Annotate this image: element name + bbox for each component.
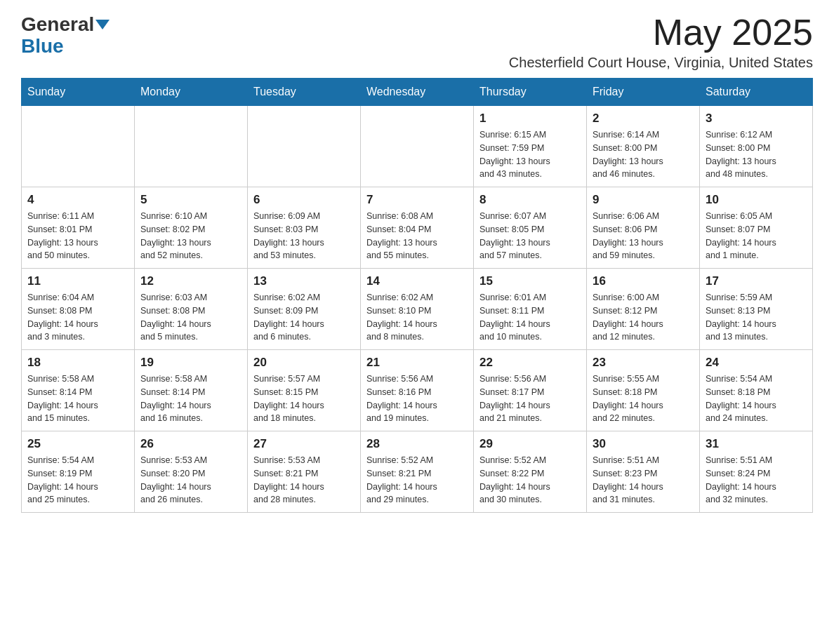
day-info: Sunrise: 6:14 AM Sunset: 8:00 PM Dayligh… <box>593 128 694 181</box>
page-header: General Blue May 2025 Chesterfield Court… <box>21 14 813 71</box>
day-number: 12 <box>140 274 241 288</box>
calendar-cell: 23Sunrise: 5:55 AM Sunset: 8:18 PM Dayli… <box>587 350 700 431</box>
day-of-week-header: Wednesday <box>361 79 474 106</box>
calendar-cell: 12Sunrise: 6:03 AM Sunset: 8:08 PM Dayli… <box>135 269 248 350</box>
day-info: Sunrise: 6:07 AM Sunset: 8:05 PM Dayligh… <box>479 210 581 262</box>
calendar-cell: 9Sunrise: 6:06 AM Sunset: 8:06 PM Daylig… <box>587 187 700 269</box>
calendar-cell: 16Sunrise: 6:00 AM Sunset: 8:12 PM Dayli… <box>587 269 700 350</box>
calendar-cell: 17Sunrise: 5:59 AM Sunset: 8:13 PM Dayli… <box>700 269 813 350</box>
month-year-title: May 2025 <box>509 14 813 51</box>
calendar-cell: 13Sunrise: 6:02 AM Sunset: 8:09 PM Dayli… <box>248 269 361 350</box>
day-info: Sunrise: 6:08 AM Sunset: 8:04 PM Dayligh… <box>366 210 468 262</box>
day-info: Sunrise: 6:15 AM Sunset: 7:59 PM Dayligh… <box>479 128 581 181</box>
day-info: Sunrise: 5:54 AM Sunset: 8:18 PM Dayligh… <box>706 373 807 425</box>
calendar-cell <box>361 106 474 187</box>
day-number: 14 <box>366 274 468 288</box>
location-subtitle: Chesterfield Court House, Virginia, Unit… <box>509 55 813 71</box>
day-number: 3 <box>706 112 807 126</box>
calendar-cell: 22Sunrise: 5:56 AM Sunset: 8:17 PM Dayli… <box>474 350 587 431</box>
calendar-cell: 27Sunrise: 5:53 AM Sunset: 8:21 PM Dayli… <box>248 431 361 513</box>
calendar-cell: 21Sunrise: 5:56 AM Sunset: 8:16 PM Dayli… <box>361 350 474 431</box>
day-info: Sunrise: 5:58 AM Sunset: 8:14 PM Dayligh… <box>27 373 128 425</box>
day-number: 17 <box>706 274 807 288</box>
calendar-cell: 25Sunrise: 5:54 AM Sunset: 8:19 PM Dayli… <box>22 431 135 513</box>
calendar-cell: 14Sunrise: 6:02 AM Sunset: 8:10 PM Dayli… <box>361 269 474 350</box>
calendar-cell: 6Sunrise: 6:09 AM Sunset: 8:03 PM Daylig… <box>248 187 361 269</box>
logo-arrow-icon <box>95 20 110 29</box>
day-number: 27 <box>253 437 355 451</box>
day-number: 19 <box>140 356 241 370</box>
day-number: 23 <box>593 356 694 370</box>
day-info: Sunrise: 5:56 AM Sunset: 8:16 PM Dayligh… <box>366 373 468 425</box>
day-info: Sunrise: 6:12 AM Sunset: 8:00 PM Dayligh… <box>706 128 807 181</box>
calendar-cell: 7Sunrise: 6:08 AM Sunset: 8:04 PM Daylig… <box>361 187 474 269</box>
calendar-cell: 29Sunrise: 5:52 AM Sunset: 8:22 PM Dayli… <box>474 431 587 513</box>
day-info: Sunrise: 6:05 AM Sunset: 8:07 PM Dayligh… <box>706 210 807 262</box>
day-of-week-header: Tuesday <box>248 79 361 106</box>
day-of-week-header: Saturday <box>700 79 813 106</box>
calendar-cell: 11Sunrise: 6:04 AM Sunset: 8:08 PM Dayli… <box>22 269 135 350</box>
day-info: Sunrise: 5:52 AM Sunset: 8:22 PM Dayligh… <box>479 454 581 507</box>
calendar-week-row: 1Sunrise: 6:15 AM Sunset: 7:59 PM Daylig… <box>22 106 813 187</box>
day-number: 20 <box>253 356 355 370</box>
day-of-week-header: Thursday <box>474 79 587 106</box>
day-number: 18 <box>27 356 128 370</box>
day-number: 5 <box>140 193 241 207</box>
calendar-cell: 1Sunrise: 6:15 AM Sunset: 7:59 PM Daylig… <box>474 106 587 187</box>
day-number: 7 <box>366 193 468 207</box>
day-info: Sunrise: 6:01 AM Sunset: 8:11 PM Dayligh… <box>479 291 581 344</box>
day-number: 24 <box>706 356 807 370</box>
day-number: 29 <box>479 437 581 451</box>
day-number: 1 <box>479 112 581 126</box>
calendar-cell: 4Sunrise: 6:11 AM Sunset: 8:01 PM Daylig… <box>22 187 135 269</box>
calendar-cell: 10Sunrise: 6:05 AM Sunset: 8:07 PM Dayli… <box>700 187 813 269</box>
logo: General Blue <box>21 14 110 58</box>
day-info: Sunrise: 5:52 AM Sunset: 8:21 PM Dayligh… <box>366 454 468 507</box>
calendar-cell: 26Sunrise: 5:53 AM Sunset: 8:20 PM Dayli… <box>135 431 248 513</box>
calendar-cell: 24Sunrise: 5:54 AM Sunset: 8:18 PM Dayli… <box>700 350 813 431</box>
day-number: 22 <box>479 356 581 370</box>
day-info: Sunrise: 6:00 AM Sunset: 8:12 PM Dayligh… <box>593 291 694 344</box>
calendar-cell <box>248 106 361 187</box>
calendar-cell: 30Sunrise: 5:51 AM Sunset: 8:23 PM Dayli… <box>587 431 700 513</box>
day-info: Sunrise: 5:55 AM Sunset: 8:18 PM Dayligh… <box>593 373 694 425</box>
logo-general: General <box>21 14 94 36</box>
calendar-cell <box>135 106 248 187</box>
day-info: Sunrise: 5:58 AM Sunset: 8:14 PM Dayligh… <box>140 373 241 425</box>
calendar-week-row: 25Sunrise: 5:54 AM Sunset: 8:19 PM Dayli… <box>22 431 813 513</box>
day-info: Sunrise: 6:03 AM Sunset: 8:08 PM Dayligh… <box>140 291 241 344</box>
day-number: 28 <box>366 437 468 451</box>
day-info: Sunrise: 5:54 AM Sunset: 8:19 PM Dayligh… <box>27 454 128 507</box>
day-info: Sunrise: 5:51 AM Sunset: 8:23 PM Dayligh… <box>593 454 694 507</box>
day-info: Sunrise: 6:11 AM Sunset: 8:01 PM Dayligh… <box>27 210 128 262</box>
calendar-cell: 19Sunrise: 5:58 AM Sunset: 8:14 PM Dayli… <box>135 350 248 431</box>
day-info: Sunrise: 5:57 AM Sunset: 8:15 PM Dayligh… <box>253 373 355 425</box>
day-number: 31 <box>706 437 807 451</box>
calendar-cell: 20Sunrise: 5:57 AM Sunset: 8:15 PM Dayli… <box>248 350 361 431</box>
day-info: Sunrise: 5:59 AM Sunset: 8:13 PM Dayligh… <box>706 291 807 344</box>
day-info: Sunrise: 5:53 AM Sunset: 8:20 PM Dayligh… <box>140 454 241 507</box>
calendar-header-row: SundayMondayTuesdayWednesdayThursdayFrid… <box>22 79 813 106</box>
day-info: Sunrise: 5:53 AM Sunset: 8:21 PM Dayligh… <box>253 454 355 507</box>
day-number: 11 <box>27 274 128 288</box>
calendar-cell <box>22 106 135 187</box>
calendar-cell: 15Sunrise: 6:01 AM Sunset: 8:11 PM Dayli… <box>474 269 587 350</box>
day-info: Sunrise: 5:56 AM Sunset: 8:17 PM Dayligh… <box>479 373 581 425</box>
logo-blue: Blue <box>21 36 64 58</box>
day-number: 13 <box>253 274 355 288</box>
day-number: 26 <box>140 437 241 451</box>
calendar-cell: 8Sunrise: 6:07 AM Sunset: 8:05 PM Daylig… <box>474 187 587 269</box>
calendar-week-row: 18Sunrise: 5:58 AM Sunset: 8:14 PM Dayli… <box>22 350 813 431</box>
calendar-cell: 5Sunrise: 6:10 AM Sunset: 8:02 PM Daylig… <box>135 187 248 269</box>
day-number: 8 <box>479 193 581 207</box>
calendar-table: SundayMondayTuesdayWednesdayThursdayFrid… <box>21 78 813 513</box>
day-info: Sunrise: 6:04 AM Sunset: 8:08 PM Dayligh… <box>27 291 128 344</box>
day-info: Sunrise: 6:02 AM Sunset: 8:09 PM Dayligh… <box>253 291 355 344</box>
day-number: 9 <box>593 193 694 207</box>
day-info: Sunrise: 6:10 AM Sunset: 8:02 PM Dayligh… <box>140 210 241 262</box>
calendar-cell: 28Sunrise: 5:52 AM Sunset: 8:21 PM Dayli… <box>361 431 474 513</box>
day-number: 30 <box>593 437 694 451</box>
calendar-cell: 18Sunrise: 5:58 AM Sunset: 8:14 PM Dayli… <box>22 350 135 431</box>
title-section: May 2025 Chesterfield Court House, Virgi… <box>509 14 813 71</box>
calendar-cell: 3Sunrise: 6:12 AM Sunset: 8:00 PM Daylig… <box>700 106 813 187</box>
